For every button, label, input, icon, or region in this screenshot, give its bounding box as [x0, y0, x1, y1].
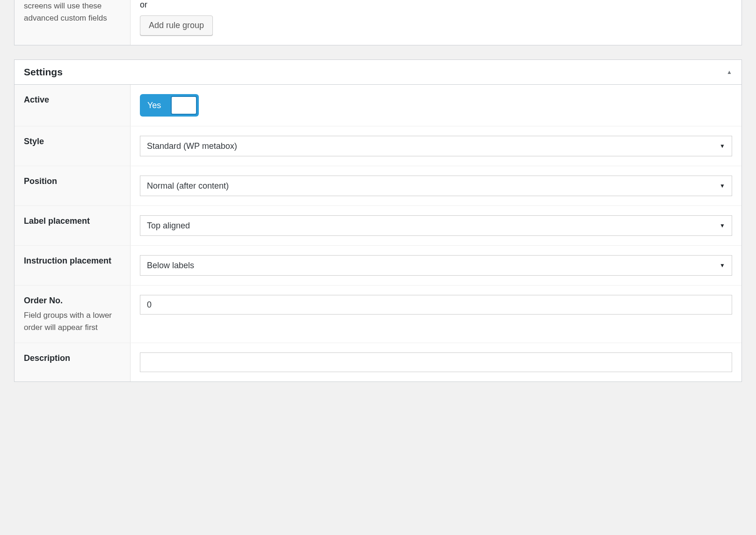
instruction-placement-row: Instruction placement Below labels — [15, 246, 741, 286]
order-no-description: Field groups with a lower order will app… — [24, 309, 121, 333]
active-field-cell: Yes — [131, 85, 741, 126]
active-label-cell: Active — [15, 85, 131, 126]
position-select[interactable]: Normal (after content) — [140, 176, 732, 196]
active-toggle[interactable]: Yes — [140, 94, 199, 117]
order-no-label-cell: Order No. Field groups with a lower orde… — [15, 286, 131, 343]
style-row: Style Standard (WP metabox) — [15, 126, 741, 166]
label-placement-value: Top aligned — [147, 221, 190, 231]
location-panel: screens will use these advanced custom f… — [14, 0, 742, 45]
collapse-icon[interactable]: ▲ — [727, 69, 732, 75]
description-row: Description — [15, 343, 741, 381]
position-value: Normal (after content) — [147, 181, 229, 191]
label-placement-label-cell: Label placement — [15, 206, 131, 245]
label-placement-label: Label placement — [24, 215, 121, 227]
instruction-placement-value: Below labels — [147, 261, 194, 271]
position-label-cell: Position — [15, 166, 131, 205]
description-label: Description — [24, 352, 121, 364]
style-value: Standard (WP metabox) — [147, 141, 237, 151]
settings-header[interactable]: Settings ▲ — [15, 60, 741, 85]
toggle-handle — [171, 96, 197, 115]
active-row: Active Yes — [15, 85, 741, 126]
instruction-placement-label-cell: Instruction placement — [15, 246, 131, 285]
style-select[interactable]: Standard (WP metabox) — [140, 136, 732, 156]
position-field-cell: Normal (after content) — [131, 166, 741, 205]
order-no-field-cell: 0 — [131, 286, 741, 343]
label-placement-row: Label placement Top aligned — [15, 206, 741, 246]
instruction-placement-select[interactable]: Below labels — [140, 255, 732, 276]
description-label-cell: Description — [15, 343, 131, 381]
style-field-cell: Standard (WP metabox) — [131, 126, 741, 166]
style-label: Style — [24, 136, 121, 147]
description-input[interactable] — [140, 352, 732, 372]
location-description-partial: screens will use these advanced custom f… — [24, 0, 121, 24]
instruction-placement-label: Instruction placement — [24, 255, 121, 267]
order-no-value: 0 — [147, 300, 152, 310]
label-placement-field-cell: Top aligned — [131, 206, 741, 245]
style-label-cell: Style — [15, 126, 131, 166]
active-toggle-label: Yes — [142, 101, 167, 110]
order-no-row: Order No. Field groups with a lower orde… — [15, 286, 741, 343]
order-no-input[interactable]: 0 — [140, 295, 732, 315]
active-label: Active — [24, 94, 121, 106]
location-field-cell: or Add rule group — [131, 0, 741, 45]
settings-panel: Settings ▲ Active Yes Style Standard (WP… — [14, 59, 742, 382]
instruction-placement-field-cell: Below labels — [131, 246, 741, 285]
description-field-cell — [131, 343, 741, 381]
position-row: Position Normal (after content) — [15, 166, 741, 206]
location-row: screens will use these advanced custom f… — [15, 0, 741, 45]
label-placement-select[interactable]: Top aligned — [140, 215, 732, 236]
location-label-cell: screens will use these advanced custom f… — [15, 0, 131, 45]
settings-heading: Settings — [24, 66, 63, 78]
add-rule-group-button[interactable]: Add rule group — [140, 15, 213, 36]
position-label: Position — [24, 176, 121, 187]
or-label: or — [140, 0, 732, 10]
order-no-label: Order No. — [24, 295, 121, 307]
